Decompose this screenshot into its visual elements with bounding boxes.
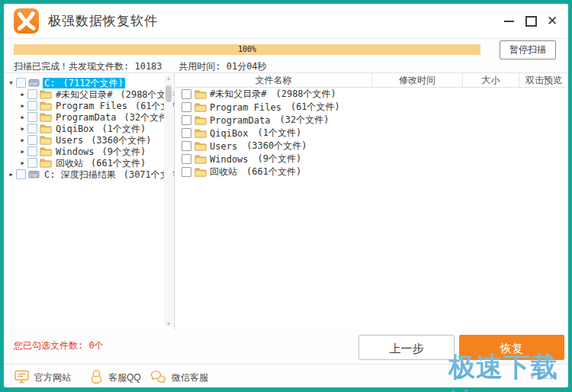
chevron-collapsed-icon[interactable]: ▶: [18, 137, 27, 143]
chevron-collapsed-icon[interactable]: ▶: [18, 103, 27, 109]
file-count: (61个文件): [291, 101, 340, 114]
tree-item-label[interactable]: Windows(9个文件): [54, 146, 147, 157]
file-list-panel: 文件名称修改时间大小双击预览 #未知父目录#(2988个文件)Program F…: [175, 73, 568, 329]
file-list-row[interactable]: #未知父目录#(2988个文件): [175, 88, 568, 101]
file-name: 回收站: [210, 165, 237, 178]
tree-checkbox[interactable]: [27, 158, 37, 168]
folder-icon: [194, 167, 207, 177]
tree-item[interactable]: ▶C: 深度扫描结果(3071个文件): [4, 169, 174, 180]
scrollbar-thumb[interactable]: [165, 85, 172, 102]
tree-item[interactable]: ▶Program Files(61个文件): [4, 100, 174, 111]
website-icon: [14, 369, 30, 387]
tree-item[interactable]: ▶回收站(661个文件): [4, 157, 174, 169]
file-list-row[interactable]: Users(3360个文件): [175, 140, 568, 153]
tree-item-count: (3360个文件): [91, 135, 151, 146]
file-count: (2988个文件): [275, 88, 336, 101]
tree-item-name: Windows: [56, 146, 95, 157]
minimize-button[interactable]: [501, 13, 518, 30]
tree-item-label[interactable]: #未知父目录#(2988个文件): [54, 89, 175, 100]
version-text: V X.0.1: [530, 373, 553, 381]
tree-checkbox[interactable]: [16, 78, 26, 88]
row-checkbox[interactable]: [182, 167, 191, 177]
qq-icon: [89, 369, 104, 387]
app-window: 极强数据恢复软件 ✕ 100% 暂停扫描 扫描已完成！共发现文件数: 10183…: [4, 4, 568, 387]
tree-item[interactable]: ▶Windows(9个文件): [4, 146, 174, 157]
column-header[interactable]: 大小: [463, 73, 519, 87]
folder-icon: [40, 101, 52, 111]
chevron-collapsed-icon[interactable]: ▶: [18, 114, 27, 120]
column-header[interactable]: 修改时间: [372, 73, 463, 87]
tree-item[interactable]: ▼C:(7112个文件): [4, 77, 174, 88]
footer-link-微信客服[interactable]: 微信客服: [150, 368, 208, 387]
app-title: 极强数据恢复软件: [48, 4, 158, 38]
tree-checkbox[interactable]: [16, 169, 26, 179]
row-checkbox[interactable]: [182, 128, 191, 138]
tree-item-count: (7112个文件): [63, 78, 123, 88]
tree-item[interactable]: ▶Users(3360个文件): [4, 134, 174, 146]
folder-icon: [194, 89, 207, 99]
tree-item-label[interactable]: C:(7112个文件): [43, 78, 125, 88]
footer-link-官方网站[interactable]: 官方网站: [14, 368, 71, 387]
chevron-expanded-icon[interactable]: ▼: [7, 80, 15, 86]
app-logo-icon: [14, 8, 39, 34]
tree-item-label[interactable]: Program Files(61个文件): [54, 101, 175, 111]
file-list-row[interactable]: Program Files(61个文件): [175, 101, 568, 114]
row-checkbox[interactable]: [182, 141, 191, 151]
tree-checkbox[interactable]: [27, 89, 37, 99]
tree-item-label[interactable]: Users(3360个文件): [54, 135, 153, 146]
folder-icon: [40, 135, 52, 145]
folder-icon: [40, 124, 52, 133]
file-list-row[interactable]: Windows(9个文件): [175, 153, 568, 165]
row-checkbox[interactable]: [182, 154, 191, 164]
tree-item[interactable]: ▶#未知父目录#(2988个文件): [4, 88, 174, 100]
chevron-collapsed-icon[interactable]: ▶: [7, 172, 15, 178]
chevron-collapsed-icon[interactable]: ▶: [18, 92, 27, 98]
progress-bar: 100%: [14, 44, 480, 55]
previous-step-button[interactable]: 上一步: [358, 335, 455, 360]
chevron-collapsed-icon[interactable]: ▶: [18, 126, 27, 132]
folder-icon: [40, 112, 52, 122]
tree-checkbox[interactable]: [27, 146, 37, 156]
footer-link-客服QQ[interactable]: 客服QQ: [89, 368, 141, 387]
tree-item[interactable]: ▶QiqiBox(1个文件): [4, 123, 174, 134]
chevron-collapsed-icon[interactable]: ▶: [18, 149, 27, 155]
pause-scan-button[interactable]: 暂停扫描: [500, 40, 556, 59]
tree-checkbox[interactable]: [27, 135, 37, 145]
row-checkbox[interactable]: [182, 89, 191, 99]
file-list-header: 文件名称修改时间大小双击预览: [175, 73, 568, 88]
folder-icon: [194, 128, 207, 138]
row-checkbox[interactable]: [182, 115, 191, 125]
tree-item-label[interactable]: ProgramData(32个文件): [54, 112, 175, 123]
tree-item-count: (1个文件): [102, 124, 146, 134]
file-list-row[interactable]: QiqiBox(1个文件): [175, 127, 568, 140]
row-checkbox[interactable]: [182, 102, 191, 112]
tree-scrollbar[interactable]: ▲ ▼: [164, 75, 173, 327]
file-name: Program Files: [210, 102, 281, 113]
tree-item-name: 回收站: [56, 158, 83, 169]
file-list-row[interactable]: ProgramData(32个文件): [175, 114, 568, 127]
column-header[interactable]: 文件名称: [175, 73, 372, 87]
file-list-row[interactable]: 回收站(661个文件): [175, 165, 568, 178]
scroll-up-icon[interactable]: ▲: [164, 76, 173, 81]
tree-item-name: QiqiBox: [56, 124, 95, 134]
wechat-icon: [150, 369, 167, 386]
tree-checkbox[interactable]: [27, 112, 37, 122]
tree-item-label[interactable]: QiqiBox(1个文件): [54, 124, 147, 134]
folder-icon: [194, 115, 207, 125]
file-count: (1个文件): [258, 127, 302, 140]
tree-item[interactable]: ▶ProgramData(32个文件): [4, 111, 174, 123]
tree-item-label[interactable]: C: 深度扫描结果(3071个文件): [43, 169, 175, 180]
file-count: (661个文件): [246, 165, 301, 178]
column-header[interactable]: 双击预览: [519, 73, 568, 87]
chevron-collapsed-icon[interactable]: ▶: [18, 160, 27, 166]
tree-checkbox[interactable]: [27, 124, 37, 133]
file-name: Windows: [210, 154, 249, 165]
close-button[interactable]: ✕: [544, 13, 561, 30]
scroll-down-icon[interactable]: ▼: [164, 321, 173, 326]
tree-item-label[interactable]: 回收站(661个文件): [54, 158, 147, 169]
recover-button[interactable]: 恢复: [459, 335, 564, 360]
tree-checkbox[interactable]: [27, 101, 37, 111]
file-name: Users: [210, 141, 237, 152]
drive-icon: [28, 169, 40, 179]
maximize-button[interactable]: [522, 13, 539, 30]
